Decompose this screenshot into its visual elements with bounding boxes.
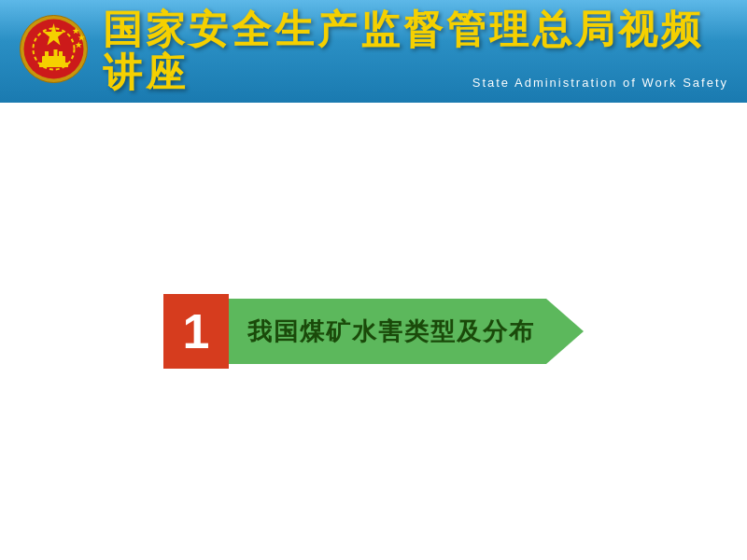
header-bar: 国家安全生产监督管理总局视频讲座 State Administration of… <box>0 0 747 103</box>
section-title: 我国煤矿水害类型及分布 <box>247 315 535 348</box>
header-title-en: State Administration of Work Safety <box>472 76 728 90</box>
svg-rect-8 <box>39 63 68 67</box>
section-item-1: 1 我国煤矿水害类型及分布 <box>163 294 584 369</box>
section-arrow: 我国煤矿水害类型及分布 <box>229 299 584 364</box>
logo <box>19 14 93 89</box>
main-content: 1 我国煤矿水害类型及分布 <box>0 103 747 560</box>
section-number: 1 <box>163 294 229 369</box>
svg-rect-10 <box>54 49 58 58</box>
svg-rect-11 <box>59 51 63 58</box>
svg-rect-9 <box>45 51 49 58</box>
